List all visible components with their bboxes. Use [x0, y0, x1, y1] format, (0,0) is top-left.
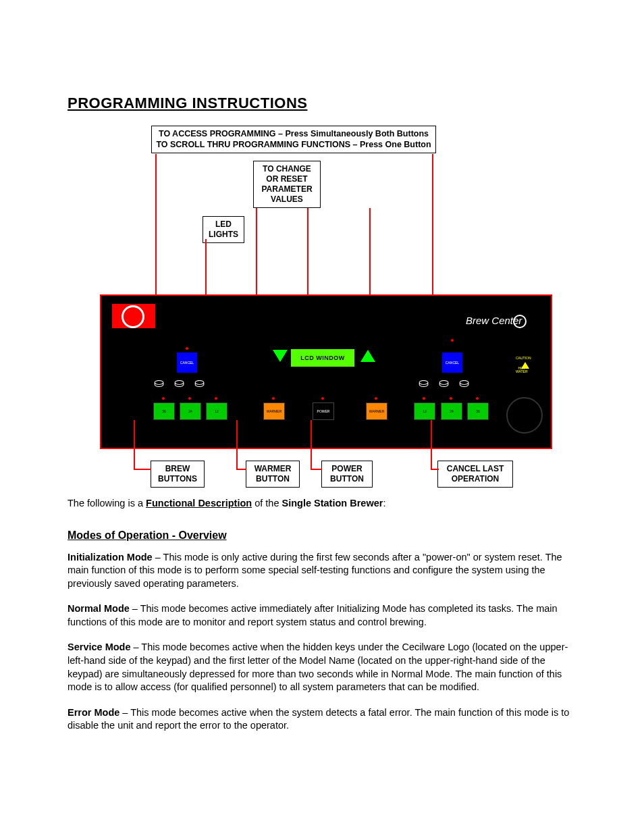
logo-icon	[112, 304, 155, 328]
text: of the	[252, 498, 281, 509]
single-station-brewer-label: Single Station Brewer	[282, 498, 383, 509]
callout-change: TO CHANGE OR RESET PARAMETER VALUES	[253, 161, 321, 208]
mode-name: Normal Mode	[68, 603, 130, 614]
led-icon	[215, 397, 217, 400]
intro-paragraph: The following is a Functional Descriptio…	[68, 497, 581, 511]
page-title: PROGRAMMING INSTRUCTIONS	[68, 95, 581, 112]
callout-power: POWER BUTTON	[321, 461, 373, 488]
brand-label: Brew Center	[466, 315, 522, 326]
power-button[interactable]: POWER	[313, 402, 334, 420]
led-icon	[450, 397, 452, 400]
warmer-right-button[interactable]: WARMER	[366, 402, 387, 420]
barrel-icon	[154, 375, 171, 390]
lcd-window: LCD WINDOW	[290, 348, 355, 367]
functional-description-label: Functional Description	[146, 498, 252, 509]
warmer-left-button[interactable]: WARMER	[263, 402, 285, 420]
led-icon	[188, 397, 191, 400]
barrel-icon	[419, 375, 436, 390]
led-icon	[321, 397, 324, 400]
mode-body: – This mode becomes active when the hidd…	[68, 642, 568, 692]
callout-access: TO ACCESS PROGRAMMING – Press Simultaneo…	[151, 126, 436, 153]
caution-triangle-icon	[521, 362, 529, 369]
callout-access-line2: TO SCROLL THRU PROGRAMMING FUNCTIONS – P…	[156, 140, 431, 151]
led-icon	[162, 397, 165, 400]
dial-icon[interactable]	[506, 397, 543, 434]
mode-body: – This mode becomes active when the syst…	[68, 707, 569, 731]
barrel-icon	[459, 375, 477, 390]
mode-name: Service Mode	[68, 642, 131, 652]
callout-warmer: WARMER BUTTON	[246, 461, 300, 488]
up-arrow-icon[interactable]	[360, 350, 375, 362]
barrel-icon	[439, 375, 456, 390]
cancel-left-button[interactable]: CANCEL	[177, 353, 197, 373]
brew-24-right-button[interactable]: 24	[441, 402, 462, 420]
brew-12-right-button[interactable]: 12	[414, 402, 435, 420]
normal-mode-paragraph: Normal Mode – This mode becomes active i…	[68, 602, 581, 629]
down-arrow-icon[interactable]	[273, 350, 288, 362]
mode-name: Error Mode	[68, 707, 119, 718]
text: :	[383, 498, 385, 509]
brew-36-right-button[interactable]: 36	[467, 402, 489, 420]
control-panel: Brew Center LCD WINDOW CANCEL CANCEL	[100, 294, 552, 449]
brew-12-left-button[interactable]: 12	[206, 402, 227, 420]
error-mode-paragraph: Error Mode – This mode becomes active wh…	[68, 706, 581, 733]
modes-heading: Modes of Operation - Overview	[68, 529, 581, 542]
callout-access-line1: TO ACCESS PROGRAMMING – Press Simultaneo…	[156, 129, 431, 140]
led-icon	[423, 397, 425, 400]
barrel-icon	[174, 375, 192, 390]
init-mode-paragraph: Initialization Mode – This mode is only …	[68, 551, 581, 591]
brew-36-left-button[interactable]: 36	[153, 402, 175, 420]
panel-diagram: TO ACCESS PROGRAMMING – Press Simultaneo…	[68, 126, 581, 497]
barrel-icon	[194, 375, 212, 390]
mode-name: Initialization Mode	[68, 552, 153, 563]
callout-brew: BREW BUTTONS	[151, 461, 205, 488]
led-icon	[186, 347, 188, 350]
service-mode-paragraph: Service Mode – This mode becomes active …	[68, 641, 581, 694]
led-icon	[451, 339, 454, 342]
text: The following is a	[68, 498, 146, 509]
brew-24-left-button[interactable]: 24	[180, 402, 201, 420]
led-icon	[375, 397, 377, 400]
callout-cancel: CANCEL LAST OPERATION	[437, 461, 513, 488]
led-icon	[476, 397, 479, 400]
led-icon	[272, 397, 275, 400]
callout-led: LED LIGHTS	[203, 216, 244, 243]
mode-body: – This mode becomes active immediately a…	[68, 603, 558, 627]
cancel-right-button[interactable]: CANCEL	[442, 353, 462, 373]
